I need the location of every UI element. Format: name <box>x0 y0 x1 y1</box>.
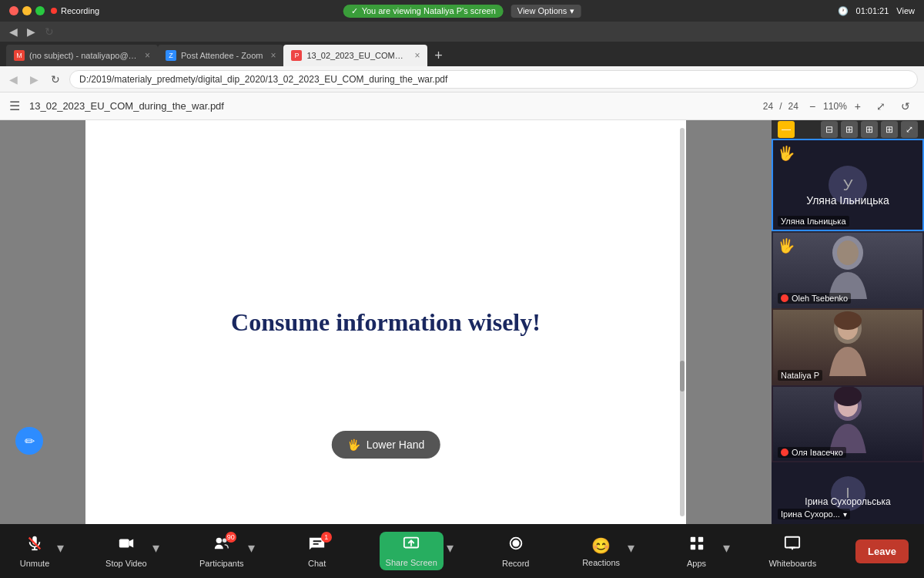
panel-layout-btn2[interactable]: ⊞ <box>841 121 858 138</box>
main-layout: ✏ Consume information wisely! 🖐 Lower Ha… <box>0 120 924 524</box>
panel-layout-btn3[interactable]: ⊞ <box>861 121 878 138</box>
new-tab-button[interactable]: + <box>427 45 449 66</box>
svg-rect-22 <box>690 544 695 549</box>
pdf-filename: 13_02_2023_EU_COM_during_the_war.pdf <box>29 100 224 112</box>
panel-expand-button[interactable]: ⤢ <box>901 121 918 138</box>
system-bar-right: 🕐 01:01:21 View <box>838 6 915 16</box>
unmute-button[interactable]: Unmute <box>15 535 54 568</box>
panel-layout-btn1[interactable]: ⊟ <box>821 121 838 138</box>
lower-hand-button[interactable]: 🖐 Lower Hand <box>332 431 440 459</box>
traffic-lights <box>9 6 45 15</box>
rotate-button[interactable]: ↺ <box>896 99 915 114</box>
share-screen-icon <box>403 535 420 556</box>
participant-oleh-mic-off-icon <box>781 294 788 302</box>
addr-reload-button[interactable]: ↻ <box>48 72 63 87</box>
pdf-menu-button[interactable]: ☰ <box>9 99 20 113</box>
pdf-scrollbar[interactable] <box>680 128 685 516</box>
participant-olya-mic-off-icon <box>781 449 788 456</box>
back-button[interactable]: ◀ <box>6 24 21 39</box>
system-time: 01:01:21 <box>856 6 889 15</box>
participant-olya-silhouette <box>817 385 879 453</box>
pdf-content-text: Consume information wisely! <box>231 308 541 337</box>
participant-tile-nataliya[interactable]: Nataliya P <box>772 308 924 385</box>
reactions-label: Reactions <box>582 558 620 567</box>
tab-pdf-label: 13_02_2023_EU_COM_during_the... <box>306 51 407 60</box>
addr-forward-button[interactable]: ▶ <box>27 72 42 87</box>
minimize-window-btn[interactable] <box>22 6 32 15</box>
participants-label: Participants <box>199 559 243 568</box>
lower-hand-label: Lower Hand <box>367 439 425 451</box>
panel-minimize-button[interactable]: — <box>778 121 795 138</box>
zoom-in-button[interactable]: + <box>850 99 865 114</box>
annotation-pen-button[interactable]: ✏ <box>15 427 43 455</box>
stop-video-label: Stop Video <box>105 559 147 568</box>
participant-tile-oleh[interactable]: 🖐 Oleh Tsebenko <box>772 231 924 308</box>
pdf-content: ✏ Consume information wisely! 🖐 Lower Ha… <box>0 120 772 524</box>
close-window-btn[interactable] <box>9 6 18 15</box>
video-arrow[interactable]: ▾ <box>152 539 159 556</box>
share-arrow[interactable]: ▾ <box>447 539 454 556</box>
tab-zoom[interactable]: Z Post Attendee - Zoom × <box>158 45 283 66</box>
address-bar: ◀ ▶ ↻ <box>0 66 924 92</box>
right-panel: — ⊟ ⊞ ⊞ ⊞ ⤢ У 🖐 Уляна Ільницька Уляна Іл… <box>772 120 924 524</box>
reactions-arrow[interactable]: ▾ <box>628 539 634 556</box>
participant-tile-ulyana[interactable]: У 🖐 Уляна Ільницька Уляна Ільницька <box>772 139 924 231</box>
reload-button[interactable]: ↻ <box>42 24 57 39</box>
zoom-level: 110% <box>823 101 847 112</box>
participant-oleh-name: Oleh Tsebenko <box>778 293 851 304</box>
tabs-bar: M (no subject) - nataliyapo@gmai... × Z … <box>0 42 924 66</box>
address-input[interactable] <box>69 70 918 89</box>
unmute-arrow[interactable]: ▾ <box>57 539 64 556</box>
participant-tile-iryna[interactable]: І Ірина Сухорольська Ірина Сухоро... ▾ <box>772 462 924 524</box>
tab-pdf[interactable]: P 13_02_2023_EU_COM_during_the... × <box>283 45 427 66</box>
pdf-scrollbar-thumb[interactable] <box>680 361 685 391</box>
svg-rect-20 <box>690 536 695 541</box>
zoom-toolbar: Unmute ▾ Stop Video ▾ <box>0 524 924 578</box>
whiteboards-button[interactable]: Whiteboards <box>768 535 816 568</box>
stop-video-button[interactable]: Stop Video <box>103 535 149 568</box>
toolbar-left-group: Unmute ▾ <box>15 535 64 568</box>
participant-nataliya-silhouette <box>817 308 879 376</box>
share-screen-button[interactable]: Share Screen <box>380 532 444 570</box>
participants-arrow[interactable]: ▾ <box>248 539 255 556</box>
apps-label: Apps <box>687 559 706 568</box>
video-camera-icon <box>118 535 135 556</box>
pen-icon: ✏ <box>25 434 35 449</box>
addr-back-button[interactable]: ◀ <box>6 72 21 87</box>
participant-ulyana-name-text: Уляна Ільницька <box>781 217 846 226</box>
microphone-icon <box>26 535 43 556</box>
tab-gmail[interactable]: M (no subject) - nataliyapo@gmai... × <box>6 45 158 66</box>
whiteboards-label: Whiteboards <box>768 559 816 568</box>
apps-arrow[interactable]: ▾ <box>723 539 730 556</box>
participant-tile-olya[interactable]: Оля Івасечко <box>772 385 924 462</box>
viewing-text: You are viewing Nataliya P's screen <box>362 6 496 15</box>
chat-button[interactable]: 1 Chat <box>294 535 340 568</box>
leave-button[interactable]: Leave <box>855 539 909 563</box>
chat-icon: 1 <box>309 535 326 556</box>
gmail-favicon: M <box>14 50 25 61</box>
svg-rect-24 <box>785 536 799 547</box>
svg-point-4 <box>834 311 862 330</box>
reactions-button[interactable]: 😊 Reactions <box>578 536 624 567</box>
panel-layout-btn4[interactable]: ⊞ <box>881 121 898 138</box>
participants-button[interactable]: 90 Participants <box>199 535 245 568</box>
svg-rect-21 <box>698 536 702 541</box>
tab-gmail-close[interactable]: × <box>145 50 150 61</box>
participant-olya-name: Оля Івасечко <box>778 447 846 458</box>
svg-rect-23 <box>698 544 702 549</box>
view-options-button[interactable]: View Options ▾ <box>511 5 581 18</box>
tab-pdf-close[interactable]: × <box>414 50 420 61</box>
record-button[interactable]: Record <box>493 535 539 568</box>
zoom-out-button[interactable]: − <box>805 99 820 114</box>
toolbar-chat-group: 1 Chat <box>294 535 340 568</box>
viewing-badge: ✓ You are viewing Nataliya P's screen <box>343 5 504 18</box>
unmute-label: Unmute <box>20 559 50 568</box>
toolbar-reactions-group: 😊 Reactions ▾ <box>578 536 634 567</box>
forward-button[interactable]: ▶ <box>24 24 38 39</box>
fullscreen-window-btn[interactable] <box>35 6 45 15</box>
fit-page-button[interactable]: ⤢ <box>872 99 890 114</box>
participant-oleh-name-text: Oleh Tsebenko <box>792 294 848 303</box>
tab-zoom-close[interactable]: × <box>270 50 276 61</box>
apps-button[interactable]: Apps <box>674 535 720 568</box>
system-bar: Recording ✓ You are viewing Nataliya P's… <box>0 0 924 22</box>
